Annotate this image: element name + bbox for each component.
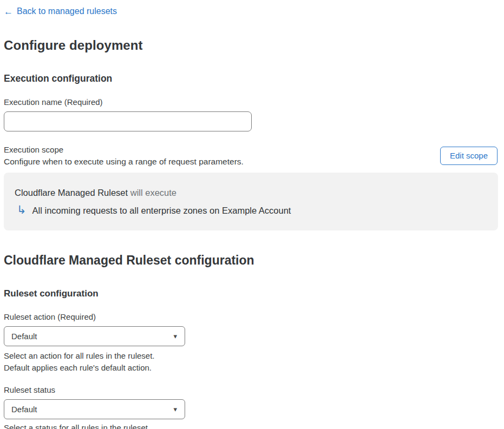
- ruleset-action-help-line-1: Select an action for all rules in the ru…: [4, 350, 498, 362]
- scope-summary-panel: Cloudflare Managed Ruleset will execute …: [4, 173, 498, 230]
- back-to-managed-rulesets-link[interactable]: ← Back to managed rulesets: [4, 6, 117, 16]
- chevron-down-icon: ▾: [173, 333, 177, 340]
- execution-configuration-heading: Execution configuration: [4, 73, 498, 84]
- ruleset-configuration-subheading: Ruleset configuration: [4, 288, 498, 299]
- ruleset-action-label: Ruleset action (Required): [4, 312, 498, 321]
- branch-arrow-icon: ↳: [17, 204, 27, 215]
- ruleset-status-label: Ruleset status: [4, 385, 498, 394]
- ruleset-action-select[interactable]: Default ▾: [4, 326, 185, 346]
- execution-scope-row: Execution scope Configure when to execut…: [4, 145, 498, 167]
- back-link-label: Back to managed rulesets: [17, 6, 117, 16]
- scope-summary-line: Cloudflare Managed Ruleset will execute: [15, 188, 487, 198]
- ruleset-status-help: Select a status for all rules in the rul…: [4, 422, 498, 429]
- execution-name-input[interactable]: [4, 111, 252, 131]
- configure-deployment-page: ← Back to managed rulesets Configure dep…: [0, 0, 501, 429]
- ruleset-status-help-line-1: Select a status for all rules in the rul…: [4, 422, 498, 429]
- scope-summary-detail: All incoming requests to all enterprise …: [32, 206, 291, 216]
- execution-scope-description: Configure when to execute using a range …: [4, 157, 244, 167]
- edit-scope-button[interactable]: Edit scope: [440, 147, 498, 165]
- execution-scope-text: Execution scope Configure when to execut…: [4, 145, 244, 167]
- ruleset-status-select[interactable]: Default ▾: [4, 399, 185, 419]
- ruleset-status-selected-value: Default: [11, 405, 37, 414]
- chevron-down-icon: ▾: [173, 406, 177, 413]
- scope-summary-suffix: will execute: [128, 188, 176, 197]
- back-arrow-icon: ←: [4, 7, 13, 16]
- ruleset-action-help: Select an action for all rules in the ru…: [4, 350, 498, 374]
- page-title: Configure deployment: [4, 38, 498, 53]
- ruleset-action-selected-value: Default: [11, 332, 37, 341]
- scope-summary-ruleset-name: Cloudflare Managed Ruleset: [15, 188, 128, 197]
- execution-name-label: Execution name (Required): [4, 97, 498, 107]
- ruleset-action-help-line-2: Default applies each rule's default acti…: [4, 362, 498, 374]
- ruleset-configuration-section-heading: Cloudflare Managed Ruleset configuration: [4, 253, 498, 268]
- execution-scope-label: Execution scope: [4, 145, 244, 154]
- scope-summary-detail-line: ↳ All incoming requests to all enterpris…: [17, 205, 487, 216]
